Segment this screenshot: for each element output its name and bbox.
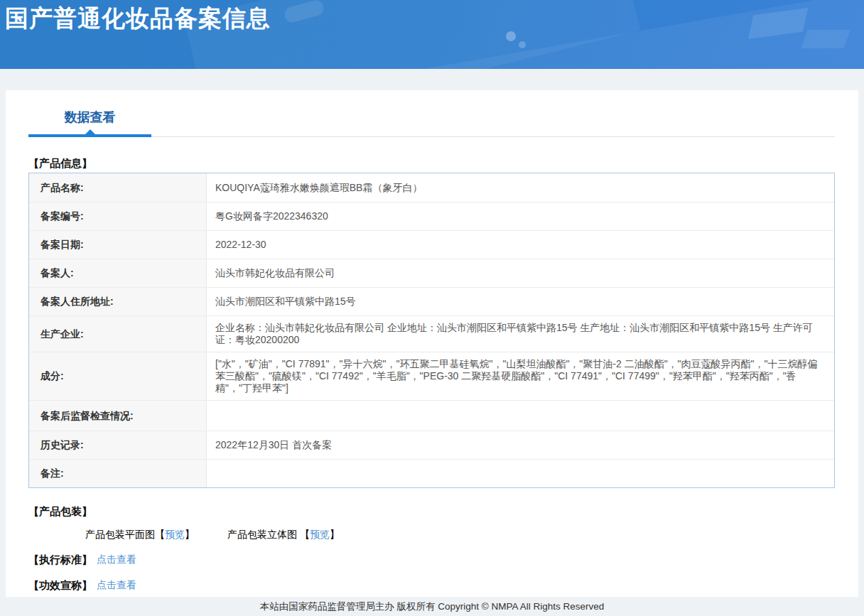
row-label: 备案日期:	[29, 231, 207, 259]
table-row: 备案人住所地址: 汕头市潮阳区和平镇紫中路15号	[29, 287, 834, 315]
page-title: 国产普通化妆品备案信息	[0, 0, 864, 33]
row-value	[207, 460, 834, 487]
row-value: 2022年12月30日 首次备案	[207, 431, 834, 459]
row-label: 历史记录:	[29, 431, 207, 459]
exec-standard-view-link[interactable]: 点击查看	[97, 553, 136, 566]
packaging-flat-bracket-close: 】	[185, 529, 195, 540]
table-row: 产品名称: KOUQIYA蔻琦雅水嫩焕颜遮瑕BB霜（象牙白）	[29, 173, 834, 202]
row-label: 备案人:	[29, 259, 207, 287]
footer-copyright-text: 本站由国家药品监督管理局主办 版权所有 Copyright © NMPA All…	[260, 600, 605, 613]
header-decor-dot	[519, 41, 526, 48]
row-value	[207, 401, 834, 431]
packaging-stereo-bracket-close: 】	[330, 529, 340, 540]
packaging-stereo-label: 产品包装立体图	[227, 529, 300, 540]
product-packaging-row: 产品包装平面图【预览】产品包装立体图 【预览】	[85, 529, 835, 541]
row-label: 成分:	[29, 352, 207, 400]
row-value: ["水"，"矿油"，"CI 77891"，"异十六烷"，"环五聚二甲基硅氧烷"，…	[207, 352, 834, 400]
efficacy-claim-heading: 【功效宣称】	[28, 579, 92, 592]
table-row: 生产企业: 企业名称：汕头市韩妃化妆品有限公司 企业地址：汕头市潮阳区和平镇紫中…	[29, 315, 834, 352]
table-row: 备案后监督检查情况:	[29, 400, 834, 431]
row-label: 备注:	[29, 460, 207, 487]
tab-bar: 数据查看	[28, 90, 835, 137]
product-info-table: 产品名称: KOUQIYA蔻琦雅水嫩焕颜遮瑕BB霜（象牙白） 备案编号: 粤G妆…	[28, 173, 835, 488]
table-row: 备案日期: 2022-12-30	[29, 230, 834, 259]
table-row: 历史记录: 2022年12月30日 首次备案	[29, 431, 834, 459]
product-info-heading: 【产品信息】	[28, 157, 835, 170]
packaging-stereo-preview-link[interactable]: 预览	[310, 529, 330, 540]
exec-standard-heading: 【执行标准】	[28, 553, 92, 566]
page-header: 国产普通化妆品备案信息	[0, 0, 864, 69]
page-footer: 本站由国家药品监督管理局主办 版权所有 Copyright © NMPA All…	[0, 597, 864, 616]
row-label: 备案编号:	[29, 202, 207, 230]
row-value: 汕头市韩妃化妆品有限公司	[207, 259, 834, 287]
row-value: 2022-12-30	[207, 231, 834, 259]
row-value: 粤G妆网备字2022346320	[207, 202, 834, 230]
table-row: 备案人: 汕头市韩妃化妆品有限公司	[29, 259, 834, 287]
row-value: 企业名称：汕头市韩妃化妆品有限公司 企业地址：汕头市潮阳区和平镇紫中路15号 生…	[207, 316, 834, 352]
exec-standard-row: 【执行标准】 点击查看	[28, 553, 835, 566]
packaging-flat-label: 产品包装平面图	[85, 529, 155, 540]
packaging-flat-preview-link[interactable]: 预览	[165, 529, 185, 540]
efficacy-claim-row: 【功效宣称】 点击查看	[28, 579, 835, 592]
row-value: 汕头市潮阳区和平镇紫中路15号	[207, 288, 834, 315]
table-row: 成分: ["水"，"矿油"，"CI 77891"，"异十六烷"，"环五聚二甲基硅…	[29, 352, 834, 400]
product-packaging-heading: 【产品包装】	[28, 505, 835, 518]
row-label: 产品名称:	[29, 173, 207, 202]
header-decor-dot	[506, 31, 516, 41]
row-label: 备案人住所地址:	[29, 288, 207, 315]
table-row: 备案编号: 粤G妆网备字2022346320	[29, 202, 834, 230]
efficacy-claim-view-link[interactable]: 点击查看	[97, 579, 136, 592]
packaging-flat-item: 产品包装平面图【预览】	[85, 529, 195, 540]
content-card: 数据查看 【产品信息】 产品名称: KOUQIYA蔻琦雅水嫩焕颜遮瑕BB霜（象牙…	[6, 90, 858, 597]
row-label: 备案后监督检查情况:	[29, 401, 207, 431]
packaging-stereo-bracket-open: 【	[300, 529, 310, 540]
row-value: KOUQIYA蔻琦雅水嫩焕颜遮瑕BB霜（象牙白）	[207, 173, 834, 202]
table-row: 备注:	[29, 459, 834, 487]
packaging-stereo-item: 产品包装立体图 【预览】	[227, 529, 340, 540]
row-label: 生产企业:	[29, 316, 207, 352]
tab-data-view[interactable]: 数据查看	[28, 109, 151, 137]
packaging-flat-bracket-open: 【	[155, 529, 165, 540]
